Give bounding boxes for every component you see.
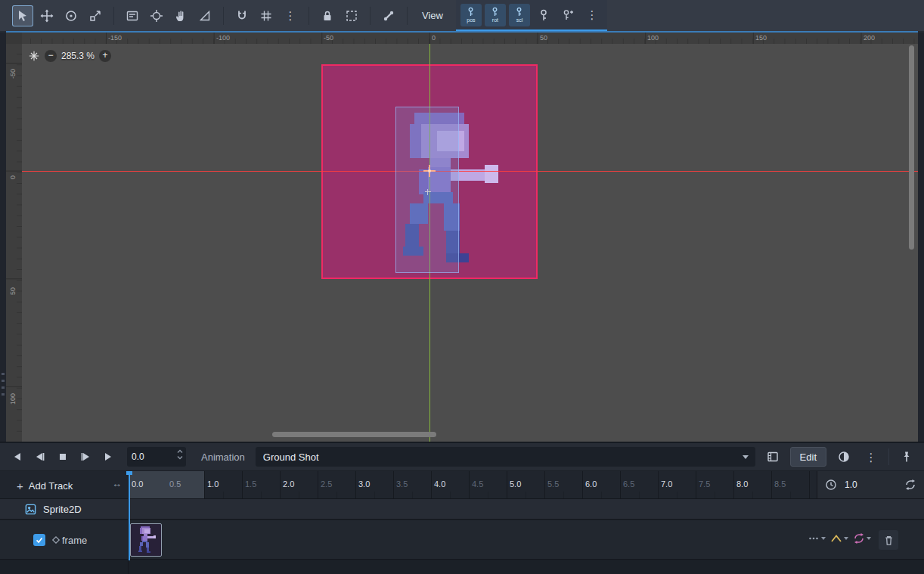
insert-scale-key-button[interactable]: scl [509,4,530,26]
time-tick: 0.5 [169,479,181,489]
time-tick: 4.0 [434,479,445,489]
ruler-label: 200 [864,34,875,42]
chevron-down-icon [743,455,749,459]
interpolation-mode-dropdown[interactable] [830,532,848,545]
timeline-resize-icon[interactable]: ↔ [112,478,122,489]
group-button[interactable] [341,5,362,26]
zoom-out-button[interactable]: − [45,50,57,62]
update-mode-dropdown[interactable] [808,532,826,545]
play-icon [102,451,114,463]
center-view-icon[interactable] [28,50,40,62]
animation-length-box: 1.0 [817,471,924,498]
pan-tool-button[interactable] [170,5,191,26]
toolbar-separator [113,7,114,25]
add-track-button[interactable]: + Add Track [17,476,73,495]
pin-panel-button[interactable] [897,447,916,467]
track-node-row[interactable]: Sprite2D [0,499,924,520]
loop-animation-icon[interactable] [904,479,916,491]
playback-separator [888,448,889,465]
ruler-label: 0 [432,34,436,42]
insert-rotation-key-button[interactable]: rot [485,4,506,26]
edit-button[interactable]: Edit [790,447,826,467]
left-dock-edge [0,33,6,442]
list-select-icon [126,9,139,23]
animation-select-dropdown[interactable]: Ground Shot [256,447,755,467]
list-select-tool-button[interactable] [122,5,143,26]
select-tool-button[interactable] [12,5,33,26]
ruler-label: 100 [9,393,17,405]
grid-icon [259,9,273,23]
skeleton-options-button[interactable] [378,5,399,26]
2d-viewport[interactable]: -150 -100 -50 0 50 100 150 200 -50 0 50 … [6,33,918,442]
keyframe-sprite-preview [135,525,157,555]
spin-down-icon [177,455,183,460]
pivot-tool-button[interactable] [146,5,167,26]
horizontal-scrollbar[interactable] [272,432,436,437]
toolbar-separator [370,7,371,25]
time-tick: 4.5 [472,479,483,489]
time-tick: 8.0 [736,479,748,489]
play-button[interactable] [98,448,118,466]
snap-options-menu-button[interactable]: ⋮ [280,5,301,26]
zoom-level[interactable]: 285.3 % [61,51,95,61]
pivot-icon [150,9,163,23]
keyframe-thumbnail[interactable] [130,523,162,557]
x-axis-line [22,171,918,172]
play-from-start-button[interactable] [76,448,95,466]
view-menu-button[interactable]: View [415,5,450,26]
insert-position-key-button[interactable]: pos [460,4,482,26]
plus-icon: + [17,480,23,492]
play-start-icon [79,451,91,463]
current-time-value: 0.0 [132,451,144,462]
lock-button[interactable] [317,5,338,26]
rotate-tool-button[interactable] [60,5,82,26]
timeline-playhead[interactable] [129,471,130,560]
update-mode-icon [808,532,820,545]
chevron-down-icon [867,537,871,540]
magnet-icon [235,9,249,23]
timeline-ruler[interactable]: 0.0 0.5 1.0 1.5 2.0 2.5 3.0 3.5 4.0 4.5 … [129,471,924,498]
play-backwards-icon [11,451,23,463]
animation-libraries-button[interactable] [763,447,783,467]
animation-key-menu-button[interactable]: ⋮ [581,5,603,26]
track-list: Sprite2D frame [0,499,924,574]
move-tool-button[interactable] [36,5,57,26]
dock-splitter-grip[interactable] [2,373,5,396]
smart-snap-button[interactable] [231,5,253,26]
chevron-down-icon [821,537,826,540]
key-scl-icon [515,7,523,17]
track-row[interactable]: frame [0,520,924,560]
toolbar-separator [407,7,408,25]
key-pos-icon [467,7,475,17]
track-settings [808,532,871,545]
ruler-tool-button[interactable] [194,5,215,26]
auto-insert-key-button[interactable] [557,5,578,26]
canvas-area[interactable]: − 285.3 % + [22,44,918,442]
play-backwards-from-end-button[interactable] [30,448,50,466]
contrast-icon [837,450,851,464]
current-time-field[interactable]: 0.0 [127,447,186,467]
ruler-icon [198,9,212,23]
ruler-label: -50 [324,34,333,42]
animation-menu-button[interactable]: ⋮ [861,447,881,467]
animation-length-value[interactable]: 1.0 [845,479,857,490]
play-backwards-button[interactable] [8,448,27,466]
grid-snap-button[interactable] [256,5,277,26]
pan-hand-icon [174,9,188,23]
vertical-scrollbar[interactable] [909,45,914,250]
time-tick: 3.5 [396,479,408,489]
delete-track-button[interactable] [879,530,898,550]
toolbar-separator [223,7,224,25]
spin-arrows[interactable] [177,449,183,460]
time-tick: 5.5 [547,479,559,489]
onion-skinning-button[interactable] [834,447,854,467]
check-icon [35,535,44,545]
select-tool-icon [16,9,29,23]
loop-wrap-mode-dropdown[interactable] [853,532,871,545]
zoom-in-button[interactable]: + [99,50,111,62]
animation-key-group: pos rot scl ⋮ [456,0,607,31]
insert-key-button[interactable] [533,5,554,26]
scale-tool-button[interactable] [85,5,106,26]
stop-button[interactable] [53,448,73,466]
track-enabled-checkbox[interactable] [33,534,45,546]
